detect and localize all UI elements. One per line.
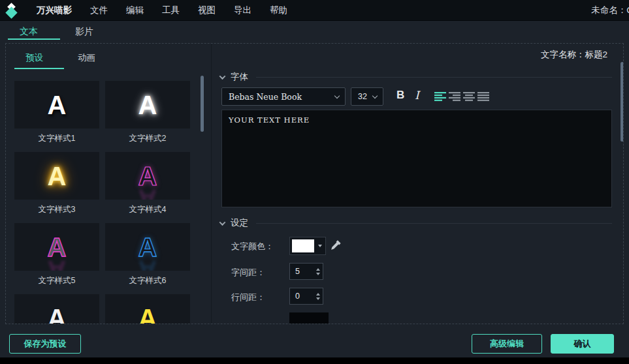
tab-text[interactable]: 文本 (20, 22, 38, 43)
preset-thumbnail[interactable]: A (14, 152, 99, 200)
preset-item-4[interactable]: A A 文字样式4 (105, 152, 190, 223)
bottom-strip (0, 357, 629, 364)
tab-preset-underline (14, 68, 64, 69)
line-spacing-row: 行间距： 0 (214, 288, 624, 306)
decrement-arrow-icon[interactable] (316, 273, 320, 275)
decrement-arrow-icon[interactable] (316, 297, 320, 300)
settings-panel-scrollbar[interactable] (621, 62, 624, 142)
italic-button[interactable]: I (415, 89, 419, 102)
letter-spacing-stepper[interactable]: 5 (289, 263, 323, 280)
chevron-down-icon (318, 245, 322, 247)
stepper-arrows (314, 288, 323, 304)
tab-animation[interactable]: 动画 (78, 52, 95, 69)
chevron-down-icon (372, 93, 378, 98)
preset-label: 文字样式2 (105, 133, 190, 144)
menu-help[interactable]: 帮助 (261, 0, 297, 21)
line-spacing-value: 0 (290, 292, 314, 301)
preset-panel-scrollbar[interactable] (201, 76, 204, 132)
preset-item-1[interactable]: A 文字样式1 (14, 81, 99, 152)
advanced-edit-button[interactable]: 高级编辑 (472, 334, 542, 354)
collapse-chevron-icon[interactable] (219, 73, 226, 80)
preset-glyph: A (48, 92, 67, 118)
menu-export[interactable]: 导出 (225, 0, 261, 21)
chevron-down-icon (334, 93, 340, 98)
font-section-title: 字体 (231, 71, 248, 83)
bold-button[interactable]: B (396, 89, 404, 102)
text-color-label: 文字颜色： (231, 241, 274, 252)
align-left-icon[interactable] (434, 92, 446, 101)
settings-section-header: 设定 (220, 217, 612, 229)
collapse-chevron-icon[interactable] (219, 219, 226, 226)
font-size-value: 32 (351, 92, 370, 101)
tab-text-underline (8, 38, 60, 40)
footer-bar: 保存为预设 高级编辑 确认 (0, 324, 629, 357)
eyedropper-icon[interactable] (330, 239, 342, 251)
preset-item-3[interactable]: A 文字样式3 (14, 152, 99, 223)
font-family-value: Bebas Neue Book (222, 92, 332, 102)
align-center-icon[interactable] (463, 92, 475, 101)
text-color-row: 文字颜色： (214, 237, 624, 255)
preset-thumbnail[interactable]: A (14, 81, 99, 129)
project-name-label: 未命名：C (591, 0, 629, 21)
tab-video[interactable]: 影片 (75, 22, 93, 43)
save-as-preset-button[interactable]: 保存为预设 (9, 334, 81, 354)
font-controls-row: Bebas Neue Book 32 B I (214, 87, 624, 106)
preset-item-2[interactable]: A 文字样式2 (105, 81, 190, 152)
letter-spacing-value: 5 (290, 267, 314, 276)
app-logo-icon (5, 3, 21, 18)
menu-tools[interactable]: 工具 (153, 0, 189, 21)
menu-edit[interactable]: 编辑 (117, 0, 153, 21)
preset-glyph: A (138, 305, 157, 325)
menu-items: 万兴喵影 文件 编辑 工具 视图 导出 帮助 (27, 0, 297, 21)
preset-thumbnail[interactable]: A (105, 81, 190, 129)
text-color-picker[interactable] (289, 237, 326, 255)
letter-spacing-row: 字间距： 5 (214, 263, 624, 281)
tab-video-label: 影片 (75, 26, 93, 37)
preset-thumbnail[interactable]: A (105, 294, 190, 324)
settings-section-title: 设定 (231, 217, 248, 229)
preset-panel: 预设 动画 A 文字样式1 A 文字样式2 A (6, 44, 208, 324)
preset-glyph: A (138, 92, 157, 118)
preset-item-6[interactable]: A A 文字样式6 (105, 223, 190, 294)
preset-label: 文字样式1 (14, 133, 99, 144)
font-section-header: 字体 (220, 71, 612, 83)
clipped-control (289, 312, 329, 324)
section-divider (256, 77, 612, 78)
color-swatch (292, 239, 314, 252)
preset-glyph-reflection: A (14, 257, 99, 271)
preset-item-5[interactable]: A A 文字样式5 (14, 223, 99, 294)
preset-glyph: A (48, 305, 67, 325)
menu-app-name[interactable]: 万兴喵影 (27, 0, 81, 21)
preset-glyph-reflection: A (105, 186, 190, 200)
align-right-icon[interactable] (449, 92, 460, 101)
increment-arrow-icon[interactable] (316, 293, 320, 296)
preset-item-8[interactable]: A (105, 294, 190, 324)
tab-preset[interactable]: 预设 (25, 52, 43, 69)
align-justify-icon[interactable] (477, 92, 489, 101)
line-spacing-label: 行间距： (231, 292, 265, 303)
line-spacing-stepper[interactable]: 0 (289, 288, 323, 305)
preset-thumbnail[interactable]: A A (105, 152, 190, 200)
preset-thumbnail[interactable]: A (14, 294, 99, 324)
menu-file[interactable]: 文件 (81, 0, 117, 21)
stepper-arrows (314, 264, 323, 279)
preset-thumbnail[interactable]: A A (105, 223, 190, 271)
preset-label: 文字样式4 (105, 204, 190, 215)
main-tab-bar: 文本 影片 (0, 22, 629, 43)
preset-label: 文字样式3 (14, 204, 99, 215)
tab-animation-label: 动画 (78, 53, 95, 63)
text-content-input[interactable]: YOUR TEXT HERE (221, 110, 612, 207)
preset-glyph: A (48, 163, 67, 189)
font-size-dropdown[interactable]: 32 (351, 87, 383, 106)
text-edit-panel: 文字名称：标题2 字体 Bebas Neue Book 32 B I (214, 44, 624, 324)
font-family-dropdown[interactable]: Bebas Neue Book (221, 87, 346, 106)
menu-view[interactable]: 视图 (189, 0, 225, 21)
increment-arrow-icon[interactable] (316, 268, 320, 271)
preset-thumbnail[interactable]: A A (14, 223, 99, 271)
panel-divider (211, 44, 212, 324)
preset-item-7[interactable]: A (14, 294, 99, 324)
text-name-label: 文字名称：标题2 (541, 49, 607, 61)
confirm-button[interactable]: 确认 (551, 334, 614, 354)
preset-label: 文字样式5 (14, 275, 99, 286)
section-divider (256, 223, 612, 224)
